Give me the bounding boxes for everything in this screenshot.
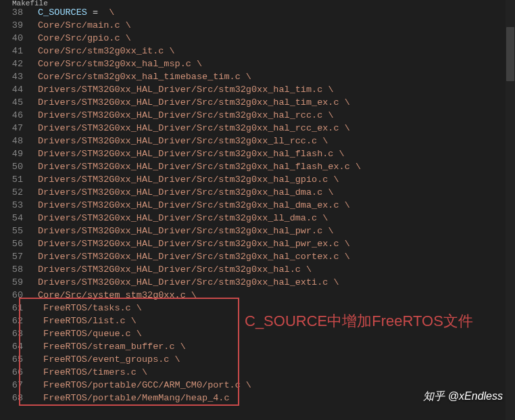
code-line[interactable]: Drivers/STM32G0xx_HAL_Driver/Src/stm32g0… xyxy=(38,250,515,263)
line-number: 46 xyxy=(0,109,23,122)
line-number: 68 xyxy=(0,392,23,404)
code-line[interactable]: Drivers/STM32G0xx_HAL_Driver/Src/stm32g0… xyxy=(38,147,515,160)
code-line[interactable]: C_SOURCES = \ xyxy=(38,6,515,19)
line-number: 43 xyxy=(0,70,23,83)
line-number: 50 xyxy=(0,160,23,173)
code-line[interactable]: Drivers/STM32G0xx_HAL_Driver/Src/stm32g0… xyxy=(38,96,515,109)
code-line[interactable]: Drivers/STM32G0xx_HAL_Driver/Src/stm32g0… xyxy=(38,276,515,289)
editor: 3839404142434445464748495051525354555657… xyxy=(0,6,515,420)
line-number: 64 xyxy=(0,340,23,353)
code-line[interactable]: Core/Src/system_stm32g0xx.c \ xyxy=(38,289,515,302)
code-line[interactable]: FreeRTOS/event_groups.c \ xyxy=(38,353,515,366)
code-line[interactable]: Core/Src/stm32g0xx_hal_timebase_tim.c \ xyxy=(38,70,515,83)
code-line[interactable]: FreeRTOS/timers.c \ xyxy=(38,366,515,379)
line-number: 38 xyxy=(0,6,23,19)
line-number: 49 xyxy=(0,147,23,160)
line-number: 58 xyxy=(0,263,23,276)
line-number: 45 xyxy=(0,96,23,109)
line-number: 63 xyxy=(0,327,23,340)
line-number: 42 xyxy=(0,57,23,70)
line-number: 55 xyxy=(0,225,23,237)
line-number-gutter: 3839404142434445464748495051525354555657… xyxy=(0,6,28,420)
line-number: 40 xyxy=(0,32,23,45)
code-line[interactable]: Drivers/STM32G0xx_HAL_Driver/Src/stm32g0… xyxy=(38,199,515,212)
code-line[interactable]: Drivers/STM32G0xx_HAL_Driver/Src/stm32g0… xyxy=(38,225,515,237)
line-number: 59 xyxy=(0,276,23,289)
code-area[interactable]: C_SOURCES = \Core/Src/main.c \Core/Src/g… xyxy=(28,6,515,420)
line-number: 47 xyxy=(0,122,23,135)
code-line[interactable]: Drivers/STM32G0xx_HAL_Driver/Src/stm32g0… xyxy=(38,83,515,96)
line-number: 51 xyxy=(0,173,23,186)
code-line[interactable]: FreeRTOS/stream_buffer.c \ xyxy=(38,340,515,353)
code-line[interactable]: Drivers/STM32G0xx_HAL_Driver/Src/stm32g0… xyxy=(38,160,515,173)
code-line[interactable]: Drivers/STM32G0xx_HAL_Driver/Src/stm32g0… xyxy=(38,109,515,122)
line-number: 62 xyxy=(0,314,23,327)
code-line[interactable]: Drivers/STM32G0xx_HAL_Driver/Src/stm32g0… xyxy=(38,237,515,250)
tab-bar: Makefile xyxy=(0,0,515,6)
code-line[interactable]: Core/Src/main.c \ xyxy=(38,19,515,32)
code-line[interactable]: Core/Src/stm32g0xx_it.c \ xyxy=(38,45,515,57)
line-number: 67 xyxy=(0,379,23,392)
code-line[interactable]: Core/Src/gpio.c \ xyxy=(38,32,515,45)
line-number: 54 xyxy=(0,212,23,225)
line-number: 53 xyxy=(0,199,23,212)
code-line[interactable]: Drivers/STM32G0xx_HAL_Driver/Src/stm32g0… xyxy=(38,122,515,135)
line-number: 61 xyxy=(0,302,23,314)
line-number: 52 xyxy=(0,186,23,199)
line-number: 44 xyxy=(0,83,23,96)
code-line[interactable]: Drivers/STM32G0xx_HAL_Driver/Src/stm32g0… xyxy=(38,186,515,199)
vertical-scrollbar[interactable] xyxy=(506,0,515,420)
watermark: 知乎 @xEndless xyxy=(423,390,503,404)
line-number: 65 xyxy=(0,353,23,366)
code-line[interactable]: Drivers/STM32G0xx_HAL_Driver/Src/stm32g0… xyxy=(38,135,515,147)
code-line[interactable]: Drivers/STM32G0xx_HAL_Driver/Src/stm32g0… xyxy=(38,212,515,225)
code-line[interactable]: Core/Src/stm32g0xx_hal_msp.c \ xyxy=(38,57,515,70)
line-number: 41 xyxy=(0,45,23,57)
line-number: 48 xyxy=(0,135,23,147)
scrollbar-thumb[interactable] xyxy=(506,27,514,81)
code-line[interactable]: Drivers/STM32G0xx_HAL_Driver/Src/stm32g0… xyxy=(38,173,515,186)
line-number: 60 xyxy=(0,289,23,302)
annotation-text: C_SOURCE中增加FreeRTOS文件 xyxy=(245,311,473,331)
line-number: 57 xyxy=(0,250,23,263)
line-number: 66 xyxy=(0,366,23,379)
line-number: 56 xyxy=(0,237,23,250)
code-line[interactable]: Drivers/STM32G0xx_HAL_Driver/Src/stm32g0… xyxy=(38,263,515,276)
line-number: 39 xyxy=(0,19,23,32)
